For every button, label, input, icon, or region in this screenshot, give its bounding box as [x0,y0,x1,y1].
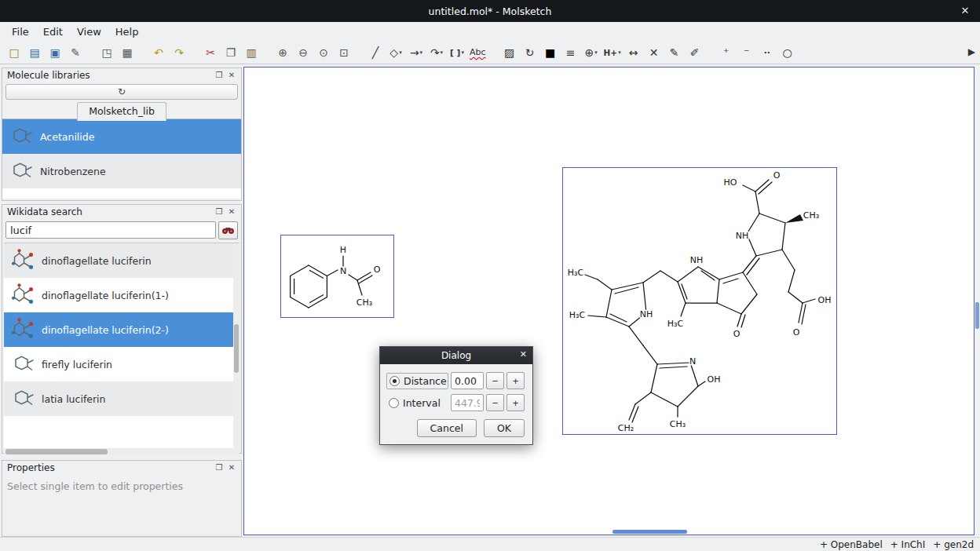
hatch-pattern-icon[interactable]: ▨ [500,43,519,62]
zoom-out-icon[interactable]: ⊖ [294,43,313,62]
canvas-vertical-scrollbar[interactable] [975,64,980,537]
refresh-libraries-button[interactable]: ↻ [5,84,238,100]
search-button[interactable] [218,221,238,239]
interval-increment-button[interactable]: + [506,394,525,411]
atom-label: H₃C [667,319,684,329]
dropdown-arrow-icon[interactable]: ▾ [420,49,423,56]
menu-view[interactable]: View [70,24,108,40]
scrollbar-handle[interactable] [5,449,108,454]
menu-file[interactable]: File [5,24,36,40]
cut-icon[interactable]: ✂ [201,43,220,62]
interval-decrement-button[interactable]: − [486,394,504,411]
toolbar-overflow-icon[interactable]: ▶ [968,46,975,57]
open-file-icon[interactable]: ▤ [25,43,44,62]
export-image-icon[interactable]: ◳ [97,43,116,62]
panel-header: Molecule libraries ❐ ✕ [2,68,241,82]
menu-edit[interactable]: Edit [36,24,70,40]
luciferin-molecule[interactable]: HO O CH₃ NH OH O NH H₃C H₃C NH H₃C O N O… [563,168,838,436]
selection-box-luciferin[interactable]: HO O CH₃ NH OH O NH H₃C H₃C NH H₃C O N O… [562,167,837,435]
panel-header: Wikidata search ❐ ✕ [2,205,241,218]
search-result-item[interactable]: dinoflagellate luciferin [4,243,240,278]
save-as-icon[interactable]: ✎ [66,43,85,62]
dropdown-arrow-icon[interactable]: ▾ [461,49,464,56]
list-item-label: dinoflagellate luciferin(1-) [42,290,169,301]
radical-tool-icon[interactable]: ✐ [686,43,704,62]
atom-label: CH₃ [803,210,819,221]
dropdown-arrow-icon[interactable]: ▾ [618,49,621,56]
interval-radio[interactable]: Interval [386,396,448,411]
zoom-original-icon[interactable]: ⊙ [314,43,333,62]
reaction-arrow-icon[interactable]: →▾ [407,43,426,62]
print-icon[interactable]: ▦ [118,43,137,62]
wikidata-vertical-scrollbar[interactable] [233,243,240,448]
remove-electron-pair-icon[interactable]: ○ [778,43,797,62]
add-electron-pair-icon[interactable]: ·· [758,43,777,62]
window-close-icon[interactable]: ✕ [958,4,972,18]
wikidata-horizontal-scrollbar[interactable] [4,448,240,455]
library-item[interactable]: Acetanilide [2,119,241,154]
panel-close-icon[interactable]: ✕ [225,463,238,472]
panel-float-icon[interactable]: ❐ [213,463,225,472]
search-result-item[interactable]: dinoflagellate luciferin(2-) [4,312,240,347]
distance-radio[interactable]: Distance [386,373,448,389]
dialog-close-icon[interactable]: ✕ [520,349,527,359]
molecule-thumbnail [4,318,42,341]
copy-icon[interactable]: ❐ [221,43,240,62]
search-result-item[interactable]: latia luciferin [4,381,240,416]
dialog-titlebar[interactable]: Dialog ✕ [380,347,532,364]
distance-increment-button[interactable]: + [506,372,525,389]
text-icon[interactable]: Abc [468,43,488,62]
rotate-icon[interactable]: ↻ [521,43,539,62]
mechanism-arrow-icon[interactable]: ↷▾ [427,43,446,62]
molecule-libraries-panel: Molecule libraries ❐ ✕ ↻ Molsketch_lib A… [2,68,242,201]
increase-charge-icon[interactable]: ⁺ [717,43,736,62]
search-row [2,218,241,243]
distance-value-input[interactable] [451,372,484,389]
redo-icon[interactable]: ↷ [170,43,188,62]
wikidata-search-input[interactable] [5,221,216,239]
frame-icon[interactable]: [ ]▾ [448,43,466,62]
decrease-charge-icon[interactable]: ⁻ [737,43,756,62]
scrollbar-handle[interactable] [975,302,979,329]
flip-horizontal-icon[interactable]: ↔ [624,43,643,62]
hydrogen-icon[interactable]: H+▾ [602,43,623,62]
draw-icon[interactable]: ╱ [366,43,385,62]
panel-close-icon[interactable]: ✕ [225,207,238,216]
panel-float-icon[interactable]: ❐ [213,207,225,216]
interval-label: Interval [403,397,441,409]
molecule-thumbnail [4,387,42,411]
acetanilide-molecule[interactable]: H N O CH₃ [281,235,395,319]
save-icon[interactable]: ▣ [46,43,64,62]
panel-close-icon[interactable]: ✕ [225,71,238,79]
tab-molsketch-lib[interactable]: Molsketch_lib [77,102,166,121]
interval-value-input[interactable] [451,394,484,411]
distance-decrement-button[interactable]: − [486,372,504,389]
zoom-fit-icon[interactable]: ⊡ [335,43,353,62]
color-icon[interactable]: ■ [541,43,560,62]
scrollbar-handle[interactable] [234,324,239,373]
list-item-label: dinoflagellate luciferin [42,255,152,267]
dropdown-arrow-icon[interactable]: ▾ [399,49,402,56]
library-item[interactable]: Nitrobenzene [2,154,241,188]
dropdown-arrow-icon[interactable]: ▾ [441,49,444,56]
panel-float-icon[interactable]: ❐ [213,71,225,79]
ok-button[interactable]: OK [484,419,525,437]
delete-icon[interactable]: ✕ [645,43,664,62]
ring-icon[interactable]: ◇▾ [386,43,405,62]
distance-row: Distance − + [386,372,526,389]
menu-help[interactable]: Help [108,24,146,40]
line-width-icon[interactable]: ≡ [561,43,580,62]
cancel-button[interactable]: Cancel [417,419,477,437]
charge-icon[interactable]: ⊕▾ [582,43,601,62]
undo-icon[interactable]: ↶ [149,43,168,62]
lone-pair-tool-icon[interactable]: ✎ [665,43,684,62]
selection-box-acetanilide[interactable]: H N O CH₃ [280,235,394,318]
paste-icon[interactable]: ▥ [242,43,261,62]
zoom-in-icon[interactable]: ⊕ [273,43,292,62]
search-result-item[interactable]: dinoflagellate luciferin(1-) [4,278,240,312]
drawing-canvas[interactable]: H N O CH₃ [243,67,975,535]
search-result-item[interactable]: firefly luciferin [4,347,240,381]
canvas-horizontal-scrollbar[interactable] [612,530,687,534]
dropdown-arrow-icon[interactable]: ▾ [594,49,598,56]
new-document-icon[interactable]: □ [5,43,24,62]
